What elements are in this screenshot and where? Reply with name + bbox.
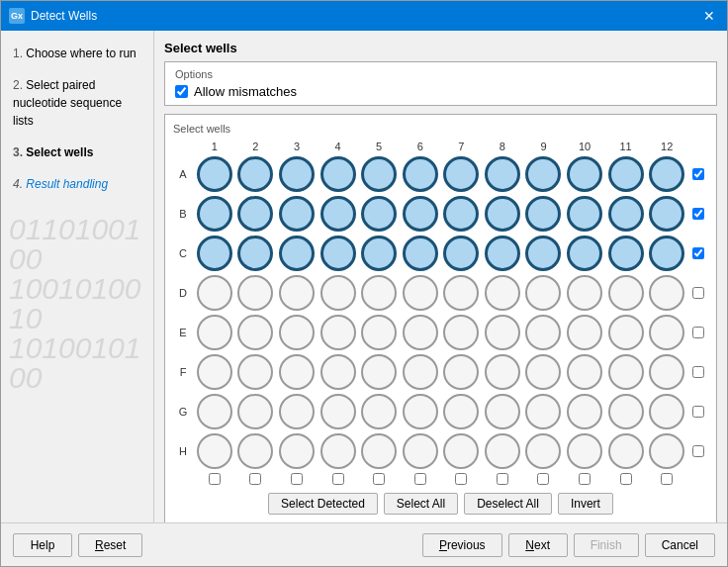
well-H12[interactable]	[649, 433, 684, 469]
well-B10[interactable]	[567, 196, 602, 232]
col-checkbox-11[interactable]	[620, 473, 632, 485]
well-E8[interactable]	[485, 315, 520, 350]
well-C1[interactable]	[197, 236, 232, 271]
well-B11[interactable]	[608, 196, 644, 232]
well-C9[interactable]	[525, 236, 561, 271]
well-D8[interactable]	[485, 275, 520, 311]
well-H10[interactable]	[567, 433, 602, 469]
well-H1[interactable]	[197, 433, 232, 469]
well-G2[interactable]	[237, 394, 273, 429]
col-checkbox-2[interactable]	[249, 473, 261, 485]
well-A5[interactable]	[361, 156, 397, 192]
well-E4[interactable]	[320, 315, 356, 350]
reset-button[interactable]: Reset	[78, 533, 142, 557]
well-H7[interactable]	[443, 433, 479, 469]
row-checkbox-input-F[interactable]	[692, 366, 704, 378]
row-checkbox-input-C[interactable]	[692, 247, 704, 259]
well-D9[interactable]	[525, 275, 561, 311]
well-D2[interactable]	[237, 275, 273, 311]
well-G8[interactable]	[485, 394, 520, 429]
well-B12[interactable]	[649, 196, 684, 232]
well-D1[interactable]	[197, 275, 232, 311]
well-B6[interactable]	[403, 196, 438, 232]
well-B7[interactable]	[443, 196, 479, 232]
well-F9[interactable]	[525, 354, 561, 390]
well-A10[interactable]	[567, 156, 602, 192]
help-button[interactable]: Help	[13, 533, 72, 557]
well-H9[interactable]	[525, 433, 561, 469]
col-checkbox-10[interactable]	[579, 473, 591, 485]
col-checkbox-1[interactable]	[209, 473, 221, 485]
well-D3[interactable]	[279, 275, 315, 311]
well-F12[interactable]	[649, 354, 684, 390]
well-A1[interactable]	[197, 156, 232, 192]
well-A4[interactable]	[320, 156, 356, 192]
row-checkbox-input-B[interactable]	[692, 208, 704, 220]
well-G5[interactable]	[361, 394, 397, 429]
well-E7[interactable]	[443, 315, 479, 350]
col-checkbox-4[interactable]	[332, 473, 344, 485]
well-C3[interactable]	[279, 236, 315, 271]
well-F7[interactable]	[443, 354, 479, 390]
well-E9[interactable]	[525, 315, 561, 350]
well-B4[interactable]	[320, 196, 356, 232]
col-checkbox-12[interactable]	[661, 473, 673, 485]
well-F4[interactable]	[320, 354, 356, 390]
well-E3[interactable]	[279, 315, 315, 350]
well-F2[interactable]	[237, 354, 273, 390]
well-B2[interactable]	[237, 196, 273, 232]
well-H3[interactable]	[279, 433, 315, 469]
well-G3[interactable]	[279, 394, 315, 429]
well-C5[interactable]	[361, 236, 397, 271]
well-E12[interactable]	[649, 315, 684, 350]
select-detected-button[interactable]: Select Detected	[268, 493, 378, 515]
well-F6[interactable]	[403, 354, 438, 390]
well-A11[interactable]	[608, 156, 644, 192]
well-A12[interactable]	[649, 156, 684, 192]
col-checkbox-7[interactable]	[455, 473, 467, 485]
invert-button[interactable]: Invert	[558, 493, 613, 515]
well-C12[interactable]	[649, 236, 684, 271]
well-B9[interactable]	[525, 196, 561, 232]
well-G10[interactable]	[567, 394, 602, 429]
well-B3[interactable]	[279, 196, 315, 232]
col-checkbox-9[interactable]	[537, 473, 549, 485]
next-button[interactable]: Next	[508, 533, 568, 557]
well-G9[interactable]	[525, 394, 561, 429]
well-F1[interactable]	[197, 354, 232, 390]
well-F11[interactable]	[608, 354, 644, 390]
well-F10[interactable]	[567, 354, 602, 390]
well-H11[interactable]	[608, 433, 644, 469]
well-G11[interactable]	[608, 394, 644, 429]
row-checkbox-input-A[interactable]	[692, 168, 704, 180]
finish-button[interactable]: Finish	[574, 533, 639, 557]
well-C2[interactable]	[237, 236, 273, 271]
well-E5[interactable]	[361, 315, 397, 350]
well-D10[interactable]	[567, 275, 602, 311]
well-D6[interactable]	[403, 275, 438, 311]
well-H2[interactable]	[237, 433, 273, 469]
well-D5[interactable]	[361, 275, 397, 311]
row-checkbox-input-D[interactable]	[692, 287, 704, 299]
well-B5[interactable]	[361, 196, 397, 232]
well-C6[interactable]	[403, 236, 438, 271]
well-H6[interactable]	[403, 433, 438, 469]
well-F5[interactable]	[361, 354, 397, 390]
well-H5[interactable]	[361, 433, 397, 469]
well-G1[interactable]	[197, 394, 232, 429]
well-D7[interactable]	[443, 275, 479, 311]
close-button[interactable]: ✕	[699, 6, 719, 26]
col-checkbox-5[interactable]	[373, 473, 385, 485]
well-B8[interactable]	[485, 196, 520, 232]
cancel-button[interactable]: Cancel	[645, 533, 715, 557]
deselect-all-button[interactable]: Deselect All	[464, 493, 552, 515]
well-A9[interactable]	[525, 156, 561, 192]
well-E11[interactable]	[608, 315, 644, 350]
well-E2[interactable]	[237, 315, 273, 350]
well-B1[interactable]	[197, 196, 232, 232]
well-A2[interactable]	[237, 156, 273, 192]
well-A7[interactable]	[443, 156, 479, 192]
well-D12[interactable]	[649, 275, 684, 311]
well-G4[interactable]	[320, 394, 356, 429]
well-G6[interactable]	[403, 394, 438, 429]
